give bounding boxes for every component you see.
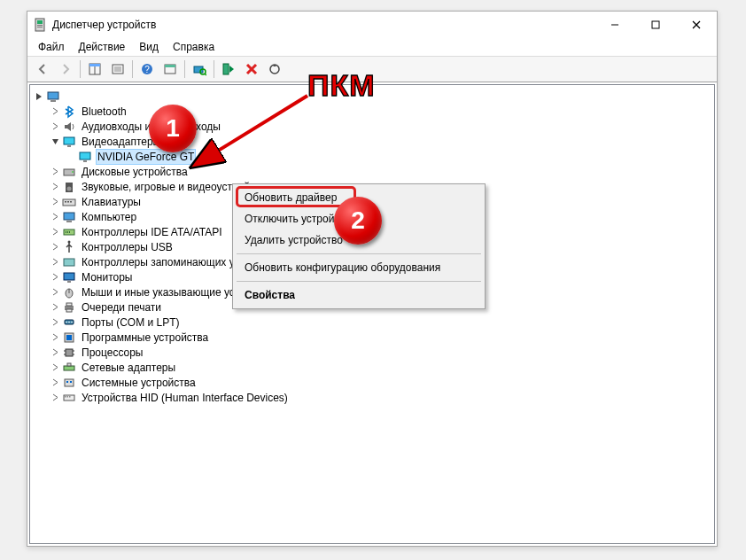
svg-point-33 [72, 171, 74, 173]
back-button[interactable] [32, 58, 53, 80]
tree-item-system[interactable]: Системные устройства [30, 375, 714, 390]
toolbar: ? [27, 56, 717, 82]
ctx-update-driver[interactable]: Обновить драйвер [236, 187, 482, 208]
svg-rect-41 [66, 221, 72, 222]
expander-closed-icon[interactable] [50, 302, 60, 313]
forward-button[interactable] [55, 58, 76, 80]
expander-closed-icon[interactable] [50, 377, 60, 388]
processor-icon [62, 346, 76, 360]
expander-open-icon[interactable] [50, 136, 60, 147]
node-label: Сетевые адаптеры [80, 360, 177, 376]
node-label: Клавиатуры [80, 194, 143, 210]
enable-device-icon[interactable] [218, 58, 239, 80]
ctx-properties[interactable]: Свойства [236, 284, 482, 306]
expander-closed-icon[interactable] [50, 257, 60, 268]
toolbar-icon-1[interactable] [84, 58, 105, 80]
node-label: Дисковые устройства [80, 164, 190, 180]
svg-rect-5 [652, 21, 659, 28]
node-label [64, 96, 67, 97]
svg-rect-68 [65, 379, 74, 386]
ctx-refresh-config[interactable]: Обновить конфигурацию оборудования [236, 257, 482, 278]
expander-open-icon[interactable] [34, 91, 44, 102]
node-label: Компьютер [80, 209, 138, 225]
tree-item-video[interactable]: Видеоадаптеры [30, 134, 714, 149]
tree-item-ports[interactable]: Порты (COM и LPT) [30, 315, 714, 330]
node-label: Мониторы [80, 269, 134, 285]
context-menu: Обновить драйвер Отключить устройство Уд… [232, 183, 486, 309]
menu-view[interactable]: Вид [132, 39, 166, 55]
display-adapter-icon [78, 150, 92, 164]
svg-rect-37 [65, 201, 66, 203]
tree-item-cpu[interactable]: Процессоры [30, 345, 714, 360]
expander-closed-icon[interactable] [50, 242, 60, 253]
monitor-icon [62, 270, 76, 284]
ctx-separator [237, 281, 481, 282]
scan-hardware-icon[interactable] [189, 58, 210, 80]
svg-rect-60 [66, 335, 72, 340]
node-label: Видеоадаптеры [80, 134, 162, 150]
svg-rect-70 [70, 381, 72, 383]
svg-rect-48 [64, 273, 74, 280]
tree-item-audio[interactable]: Аудиовходы и аудиовыходы [30, 119, 714, 134]
ctx-separator [237, 253, 481, 254]
tree-item-software[interactable]: Программные устройства [30, 330, 714, 345]
tree-item-network[interactable]: Сетевые адаптеры [30, 360, 714, 375]
svg-rect-3 [37, 27, 43, 27]
node-label: Процессоры [80, 345, 145, 361]
update-driver-icon[interactable] [264, 58, 285, 80]
toolbar-icon-2[interactable] [107, 58, 128, 80]
expander-closed-icon[interactable] [50, 197, 60, 207]
storage-controller-icon [62, 255, 76, 269]
ctx-remove-device[interactable]: Удалить устройство [236, 229, 482, 251]
tree-item-bluetooth[interactable]: Bluetooth [30, 104, 714, 119]
expander-closed-icon[interactable] [50, 227, 60, 237]
close-button[interactable] [676, 12, 717, 38]
expander-closed-icon[interactable] [50, 272, 60, 283]
minimize-button[interactable] [594, 12, 635, 38]
svg-point-57 [68, 321, 70, 323]
expander-closed-icon[interactable] [50, 121, 60, 132]
expander-closed-icon[interactable] [50, 167, 60, 177]
tree-root[interactable] [30, 89, 714, 104]
svg-rect-67 [67, 363, 71, 366]
tree-item-disk[interactable]: Дисковые устройства [30, 164, 714, 179]
expander-closed-icon[interactable] [50, 332, 60, 343]
svg-rect-27 [51, 100, 56, 102]
port-icon [62, 315, 76, 330]
expander-closed-icon[interactable] [50, 287, 60, 298]
maximize-button[interactable] [635, 12, 676, 38]
ctx-disable-device[interactable]: Отключить устройство [236, 208, 482, 229]
toolbar-icon-4[interactable] [159, 58, 181, 80]
expander-closed-icon[interactable] [50, 212, 60, 222]
node-label: NVIDIA GeForce GT [96, 149, 196, 165]
svg-rect-73 [67, 396, 69, 398]
svg-rect-2 [37, 25, 43, 26]
svg-rect-43 [66, 231, 66, 233]
menu-help[interactable]: Справка [166, 39, 221, 55]
node-label: Программные устройства [80, 330, 210, 346]
software-device-icon [62, 331, 76, 345]
svg-rect-30 [80, 152, 90, 159]
audio-icon [62, 120, 76, 134]
tree-item-hid[interactable]: Устройства HID (Human Interface Devices) [30, 390, 714, 405]
svg-point-35 [67, 186, 72, 191]
menu-file[interactable]: Файл [31, 39, 72, 55]
device-tree[interactable]: Bluetooth Аудиовходы и аудиовыходы Видео… [29, 84, 715, 544]
printer-icon [62, 300, 76, 315]
menu-action[interactable]: Действие [72, 39, 133, 55]
expander-closed-icon[interactable] [50, 317, 60, 328]
expander-closed-icon[interactable] [50, 182, 60, 192]
hid-icon [62, 391, 76, 405]
disable-device-icon[interactable] [241, 58, 262, 80]
expander-closed-icon[interactable] [50, 393, 60, 403]
expander-closed-icon[interactable] [50, 106, 60, 117]
expander-closed-icon[interactable] [50, 362, 60, 373]
window-title: Диспетчер устройств [52, 19, 156, 31]
speaker-icon [62, 180, 76, 194]
bluetooth-icon [62, 105, 76, 119]
tree-item-nvidia[interactable]: NVIDIA GeForce GT [30, 149, 714, 164]
svg-rect-18 [165, 65, 175, 67]
expander-closed-icon[interactable] [50, 347, 60, 358]
window-controls [594, 12, 717, 38]
help-icon[interactable]: ? [136, 58, 158, 80]
